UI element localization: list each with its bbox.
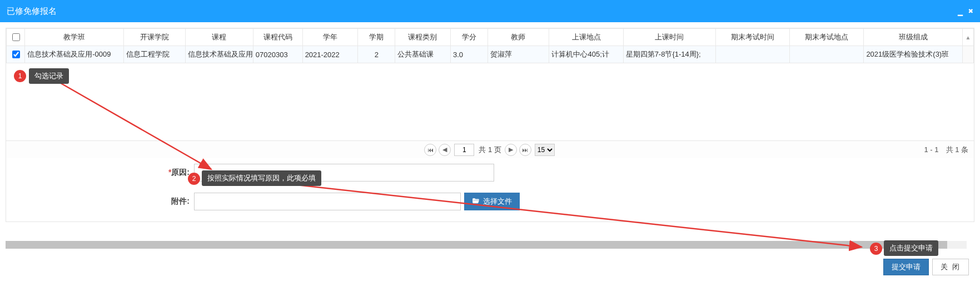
col-term[interactable]: 学期 xyxy=(358,29,395,46)
col-year[interactable]: 学年 xyxy=(302,29,358,46)
cell-code: 07020303 xyxy=(253,46,302,63)
attachment-label: 附件: xyxy=(156,197,190,207)
page-size-select[interactable]: 15 xyxy=(535,144,555,156)
dialog-title: 已修免修报名 xyxy=(7,6,57,17)
annotation-callout-1: 勾选记录 xyxy=(29,68,69,84)
reason-label: *原因: xyxy=(156,168,190,178)
annotation-badge-2: 2 xyxy=(188,173,200,185)
col-time[interactable]: 上课时间 xyxy=(623,29,715,46)
minimize-icon[interactable]: ▁ xyxy=(958,6,963,16)
cell-place: 计算机中心405;计 xyxy=(549,46,623,63)
col-place[interactable]: 上课地点 xyxy=(549,29,623,46)
cell-exam-time xyxy=(716,46,790,63)
total-pages-text: 共 1 页 xyxy=(479,145,501,155)
cell-course: 信息技术基础及应用 xyxy=(185,46,253,63)
col-dept[interactable]: 开课学院 xyxy=(123,29,185,46)
folder-open-icon xyxy=(472,197,480,207)
horizontal-scrollbar[interactable] xyxy=(6,241,967,249)
cell-term: 2 xyxy=(358,46,395,63)
close-icon[interactable]: ✖ xyxy=(968,6,973,16)
scroll-thumb[interactable] xyxy=(6,241,947,249)
col-exam-place[interactable]: 期末考试地点 xyxy=(790,29,864,46)
first-page-button[interactable]: ⏮ xyxy=(424,144,436,156)
col-group[interactable]: 班级组成 xyxy=(864,29,963,46)
table-row[interactable]: 信息技术基础及应用-0009 信息工程学院 信息技术基础及应用 07020303… xyxy=(7,46,974,63)
col-credit[interactable]: 学分 xyxy=(450,29,487,46)
dialog-footer: 提交申请 关 闭 xyxy=(883,259,969,275)
cell-year: 2021-2022 xyxy=(302,46,358,63)
row-checkbox-cell xyxy=(7,46,25,63)
cell-class: 信息技术基础及应用-0009 xyxy=(25,46,124,63)
annotation-badge-3: 3 xyxy=(870,243,882,255)
select-all-checkbox[interactable] xyxy=(12,33,20,41)
dialog-header: 已修免修报名 ▁ ✖ xyxy=(0,0,980,22)
results-table: 教学班 开课学院 课程 课程代码 学年 学期 课程类别 学分 教师 上课地点 上… xyxy=(6,28,974,63)
annotation-badge-1: 1 xyxy=(14,70,26,82)
annotation-callout-2: 按照实际情况填写原因，此项必填 xyxy=(202,170,321,186)
choose-file-button[interactable]: 选择文件 xyxy=(464,193,520,210)
cell-time: 星期四第7-8节{1-14周}; xyxy=(623,46,715,63)
submit-button[interactable]: 提交申请 xyxy=(883,259,929,275)
row-checkbox[interactable] xyxy=(12,51,20,58)
col-class[interactable]: 教学班 xyxy=(25,29,124,46)
prev-page-button[interactable]: ◀ xyxy=(439,144,451,156)
col-exam-time[interactable]: 期末考试时间 xyxy=(716,29,790,46)
table-wrap: 教学班 开课学院 课程 课程代码 学年 学期 课程类别 学分 教师 上课地点 上… xyxy=(6,28,974,140)
col-category[interactable]: 课程类别 xyxy=(395,29,451,46)
last-page-button[interactable]: ⏭ xyxy=(519,144,531,156)
attachment-path-input[interactable] xyxy=(194,193,461,210)
header-checkbox-cell xyxy=(7,29,25,46)
close-button[interactable]: 关 闭 xyxy=(932,259,969,275)
page-number-input[interactable] xyxy=(454,144,474,156)
content-area: 教学班 开课学院 课程 课程代码 学年 学期 课程类别 学分 教师 上课地点 上… xyxy=(6,28,974,222)
cell-dept: 信息工程学院 xyxy=(123,46,185,63)
attachment-row: 附件: 选择文件 xyxy=(156,193,824,210)
annotation-callout-3: 点击提交申请 xyxy=(884,240,938,256)
dialog-window: 已修免修报名 ▁ ✖ xyxy=(0,0,980,282)
cell-group: 2021级医学检验技术(3)班 xyxy=(864,46,963,63)
col-teacher[interactable]: 教师 xyxy=(487,29,549,46)
col-code[interactable]: 课程代码 xyxy=(253,29,302,46)
col-course[interactable]: 课程 xyxy=(185,29,253,46)
cell-exam-place xyxy=(790,46,864,63)
scroll-gutter xyxy=(962,46,973,63)
next-page-button[interactable]: ▶ xyxy=(505,144,517,156)
window-controls: ▁ ✖ xyxy=(958,6,973,16)
cell-teacher: 贺淑萍 xyxy=(487,46,549,63)
cell-category: 公共基础课 xyxy=(395,46,451,63)
cell-credit: 3.0 xyxy=(450,46,487,63)
pagination-bar: ⏮ ◀ 共 1 页 ▶ ⏭ 15 1 - 1 共 1 条 xyxy=(6,140,974,158)
pagination-info: 1 - 1 共 1 条 xyxy=(924,145,968,155)
scroll-up-icon[interactable]: ▲ xyxy=(962,29,973,46)
